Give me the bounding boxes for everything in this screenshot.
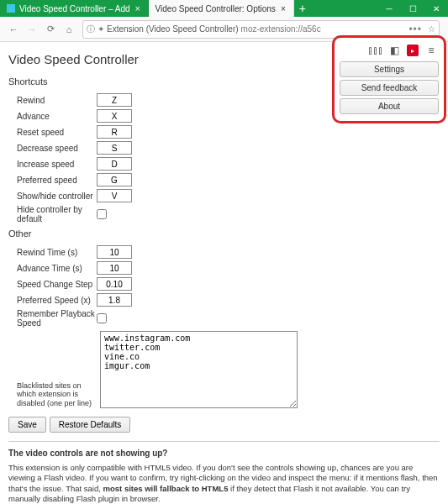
info-icon[interactable]: ⓘ	[87, 24, 95, 35]
minimize-button[interactable]: ─	[377, 0, 401, 17]
svg-rect-0	[7, 4, 15, 13]
close-icon[interactable]: ×	[280, 5, 287, 12]
divider	[8, 441, 440, 442]
url-path: moz-extension://a56c	[241, 24, 321, 34]
decrease-key-input[interactable]	[97, 141, 132, 155]
help-text-bold: most sites will fallback to HTML5	[103, 484, 229, 493]
rewind-time-label: Rewind Time (s)	[8, 248, 97, 257]
step-label: Speed Change Step	[8, 280, 97, 289]
toggle-label: Show/hide controller	[8, 192, 97, 201]
library-icon[interactable]: ⫿⫿⫿	[368, 43, 383, 58]
sidebar-icon[interactable]: ◧	[387, 43, 402, 58]
window-titlebar: Video Speed Controller – Add × Video Spe…	[0, 0, 448, 17]
back-button[interactable]: ←	[5, 21, 22, 38]
advance-key-input[interactable]	[97, 109, 132, 123]
url-prefix: Extension (Video Speed Controller)	[107, 24, 239, 34]
extension-popup-highlighted: ⫿⫿⫿ ◧ ▸ ≡ Settings Send feedback About	[332, 35, 446, 123]
reset-key-input[interactable]	[97, 125, 132, 139]
save-button[interactable]: Save	[8, 417, 46, 433]
close-icon[interactable]: ×	[134, 5, 141, 12]
extension-icon: ✦	[98, 24, 104, 34]
remember-label: Remember Playback Speed	[8, 309, 97, 328]
forward-button: →	[24, 21, 40, 38]
tab-title: Video Speed Controller – Add	[19, 4, 130, 13]
pref-speed-input[interactable]	[97, 293, 132, 307]
extension-badge-icon[interactable]: ▸	[405, 43, 420, 58]
hide-default-label: Hide controller by default	[8, 205, 97, 223]
tab-title: Video Speed Controller: Options	[155, 4, 276, 13]
help-text: This extension is only compatible with H…	[8, 463, 440, 504]
browser-tab-inactive[interactable]: Video Speed Controller – Add ×	[0, 0, 149, 17]
popup-about-button[interactable]: About	[340, 98, 439, 114]
maximize-button[interactable]: ☐	[401, 0, 424, 17]
reset-label: Reset speed	[8, 128, 97, 137]
advance-time-input[interactable]	[97, 261, 132, 275]
increase-label: Increase speed	[8, 160, 97, 169]
blacklist-textarea[interactable]: www.instagram.com twitter.com vine.co im…	[100, 331, 298, 408]
close-window-button[interactable]: ✕	[424, 0, 448, 17]
popup-settings-button[interactable]: Settings	[340, 61, 439, 77]
preferred-label: Preferred speed	[8, 176, 97, 185]
remember-checkbox[interactable]	[97, 313, 107, 323]
help-title: The video controls are not showing up?	[8, 449, 440, 458]
preferred-key-input[interactable]	[97, 173, 132, 186]
hide-default-checkbox[interactable]	[97, 209, 107, 219]
rewind-key-input[interactable]	[97, 93, 132, 107]
step-input[interactable]	[97, 277, 132, 291]
browser-tab-active[interactable]: Video Speed Controller: Options ×	[149, 0, 294, 17]
toggle-key-input[interactable]	[97, 189, 132, 202]
rewind-time-input[interactable]	[97, 245, 132, 259]
restore-defaults-button[interactable]: Restore Defaults	[50, 417, 130, 433]
pref-speed-label: Preferred Speed (x)	[8, 296, 97, 305]
page-actions-icon[interactable]: •••	[408, 24, 422, 35]
decrease-label: Decrease speed	[8, 144, 97, 153]
browser-toolbar: ← → ⟳ ⌂ ⓘ ✦ Extension (Video Speed Contr…	[0, 17, 448, 42]
bookmark-star-icon[interactable]: ☆	[428, 24, 435, 34]
popup-feedback-button[interactable]: Send feedback	[340, 80, 439, 96]
menu-icon[interactable]: ≡	[424, 43, 439, 58]
blacklist-label: Blacklisted sites on which extension is …	[8, 381, 97, 408]
tab-favicon	[7, 4, 15, 13]
section-other-heading: Other	[8, 228, 440, 239]
home-button[interactable]: ⌂	[61, 21, 77, 38]
advance-time-label: Advance Time (s)	[8, 264, 97, 273]
reload-button[interactable]: ⟳	[42, 21, 59, 38]
advance-label: Advance	[8, 112, 97, 121]
increase-key-input[interactable]	[97, 157, 132, 171]
rewind-label: Rewind	[8, 96, 97, 105]
new-tab-button[interactable]: +	[294, 0, 311, 17]
